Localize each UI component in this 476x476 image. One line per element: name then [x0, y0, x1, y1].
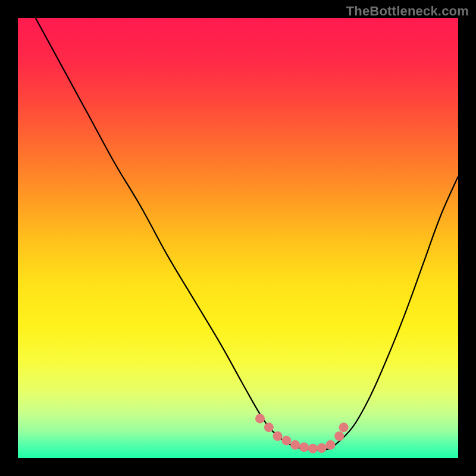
marker-dot [290, 440, 300, 450]
marker-dot [255, 414, 265, 423]
marker-dot [281, 436, 291, 445]
marker-dot [339, 422, 349, 432]
marker-dot [308, 444, 318, 453]
marker-dot [264, 422, 274, 432]
marker-dot [299, 443, 309, 452]
chart-frame: TheBottleneck.com [0, 0, 476, 476]
marker-dot [273, 431, 283, 441]
attribution-text: TheBottleneck.com [346, 4, 469, 19]
chart-svg [18, 18, 458, 458]
plot-area [18, 18, 458, 458]
marker-dot [325, 440, 335, 450]
marker-dot [317, 443, 327, 453]
marker-dot [334, 431, 344, 441]
gradient-rect [18, 18, 458, 458]
